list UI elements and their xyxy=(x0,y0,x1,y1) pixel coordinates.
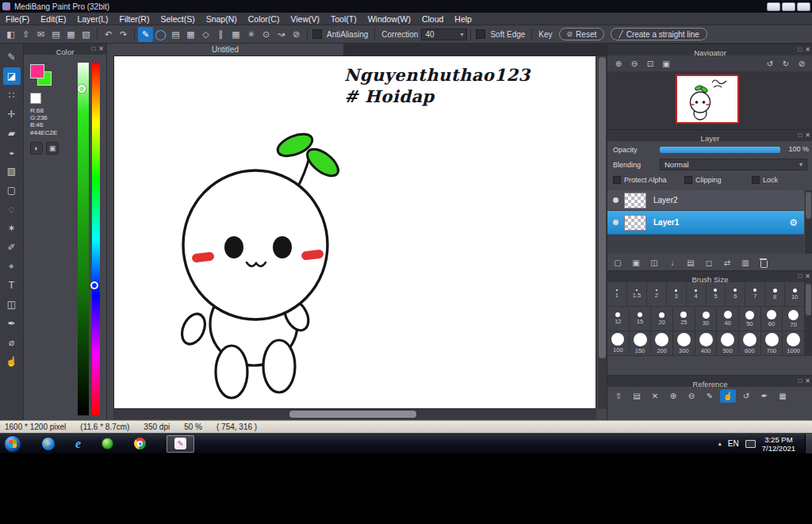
lock-checkbox[interactable] xyxy=(752,176,760,184)
perspective-grid-icon[interactable]: ◇ xyxy=(198,27,213,42)
brush-size-15[interactable]: 15 xyxy=(630,307,652,331)
gradient-tool[interactable]: ▨ xyxy=(3,163,21,180)
palette-icon[interactable]: ◧ xyxy=(3,27,18,42)
start-button[interactable] xyxy=(4,435,21,453)
select-pen-tool[interactable]: ✐ xyxy=(3,239,21,256)
duplicate-layer-icon[interactable]: ◫ xyxy=(646,256,662,270)
canvas-horizontal-scrollbar[interactable] xyxy=(113,409,596,419)
eraser-tool[interactable]: ◪ xyxy=(3,67,21,85)
brush-size-700[interactable]: 700 xyxy=(761,331,783,355)
redo-icon[interactable]: ↷ xyxy=(116,27,131,42)
fill-tool[interactable]: ▰ xyxy=(3,124,21,142)
zoom-in-icon[interactable]: ⊕ xyxy=(611,57,626,71)
rotate-right-icon[interactable]: ↻ xyxy=(778,57,794,71)
brush-size-scroll-thumb[interactable] xyxy=(806,284,811,316)
brush-size-7[interactable]: 7 xyxy=(745,282,765,306)
close-button[interactable] xyxy=(797,2,810,11)
snap-parallel-icon[interactable]: ∥ xyxy=(213,27,228,42)
hue-bar[interactable] xyxy=(92,63,100,415)
popout-icon[interactable]: □ xyxy=(91,44,95,55)
foreground-color-swatch[interactable] xyxy=(30,64,44,78)
brush-size-1[interactable]: 1 xyxy=(607,282,627,306)
grid-squares-icon[interactable]: ▦ xyxy=(183,27,198,42)
chrome-taskbar-button[interactable] xyxy=(134,435,146,453)
text-tool[interactable]: T xyxy=(3,277,21,294)
brush-tool[interactable]: ✎ xyxy=(3,48,21,66)
ref-pen-icon[interactable]: ✎ xyxy=(702,389,718,403)
popout-icon[interactable]: □ xyxy=(798,130,802,141)
snap-off-icon[interactable]: ⊘ xyxy=(289,27,304,42)
snap-curve-icon[interactable]: ↝ xyxy=(274,27,289,42)
brush-size-6[interactable]: 6 xyxy=(726,282,745,306)
reset-button[interactable]: ⊘ Reset xyxy=(559,28,605,40)
menu-item[interactable]: View(V) xyxy=(285,13,325,25)
show-desktop-button[interactable] xyxy=(805,434,812,454)
keyboard-tray-icon[interactable] xyxy=(745,440,756,448)
brush-size-400[interactable]: 400 xyxy=(695,331,718,355)
ref-zoom-out-icon[interactable]: ⊖ xyxy=(684,389,699,403)
brush-size-40[interactable]: 40 xyxy=(717,307,739,331)
brush-size-scrollbar[interactable] xyxy=(805,282,812,356)
brush-size-5[interactable]: 5 xyxy=(707,282,726,306)
divide-tool[interactable]: ◫ xyxy=(3,296,21,313)
zoom-fit-icon[interactable]: ▣ xyxy=(658,57,674,71)
color-swatches-toggle-icon[interactable]: ▣ xyxy=(46,142,59,155)
measure-tool[interactable]: ⌀ xyxy=(3,334,21,351)
ref-close-icon[interactable]: ✕ xyxy=(647,389,663,403)
add-layer-icon[interactable]: ▢ xyxy=(610,256,626,270)
clear-layer-icon[interactable]: ◻ xyxy=(701,256,717,270)
delete-layer-icon[interactable] xyxy=(756,256,772,270)
brush-size-12[interactable]: 12 xyxy=(607,307,630,331)
close-icon[interactable]: ✕ xyxy=(805,130,810,141)
canvas-tab[interactable]: Untitled xyxy=(107,44,343,55)
layer-visibility-icon[interactable] xyxy=(613,197,619,203)
upload-icon[interactable]: ⇧ xyxy=(18,27,33,42)
canvas-vertical-scrollbar[interactable] xyxy=(598,55,607,409)
brush-size-30[interactable]: 30 xyxy=(695,307,718,331)
layer-list-scroll-thumb[interactable] xyxy=(806,192,811,219)
ref-folder-icon[interactable]: ▤ xyxy=(629,389,645,403)
reset-rotation-icon[interactable]: ⊘ xyxy=(794,57,810,71)
brush-size-100[interactable]: 100 xyxy=(607,331,630,355)
color-wheel-toggle-icon[interactable]: ◐ xyxy=(30,142,43,155)
layer-row[interactable]: Layer2 xyxy=(607,190,804,211)
add-pixel-layer-icon[interactable]: ▣ xyxy=(628,256,644,270)
straight-line-button[interactable]: ╱ Create a straight line xyxy=(611,28,707,40)
lasso-tool[interactable]: ◌ xyxy=(3,201,21,218)
protect-alpha-checkbox[interactable] xyxy=(613,176,621,184)
close-icon[interactable]: ✕ xyxy=(805,44,810,55)
brush-size-20[interactable]: 20 xyxy=(651,307,673,331)
layer-row-selected[interactable]: Layer1 ⚙ xyxy=(607,211,804,235)
minimize-button[interactable] xyxy=(767,2,780,11)
menu-item[interactable]: Filter(R) xyxy=(114,13,155,25)
brush-size-4[interactable]: 4 xyxy=(687,282,707,306)
internet-explorer-taskbar-button[interactable]: e xyxy=(75,435,81,453)
brush-size-50[interactable]: 50 xyxy=(739,307,761,331)
zoom-out-icon[interactable]: ⊖ xyxy=(626,57,642,71)
brush-size-200[interactable]: 200 xyxy=(651,331,673,355)
menu-item[interactable]: Layer(L) xyxy=(71,13,113,25)
horizontal-scroll-thumb[interactable] xyxy=(289,411,416,418)
transfer-layer-icon[interactable]: ⇄ xyxy=(719,256,735,270)
merge-down-icon[interactable]: ↓ xyxy=(665,256,680,270)
vertical-scroll-thumb[interactable] xyxy=(599,57,606,358)
transparent-color-swatch[interactable] xyxy=(30,93,41,104)
brush-size-600[interactable]: 600 xyxy=(739,331,761,355)
popout-icon[interactable]: □ xyxy=(798,376,802,387)
select-tool[interactable]: ▢ xyxy=(3,182,21,199)
brush-size-3[interactable]: 3 xyxy=(667,282,687,306)
soft-edge-checkbox[interactable] xyxy=(476,29,485,39)
ref-zoom-in-icon[interactable]: ⊕ xyxy=(665,389,681,403)
menu-item[interactable]: Cloud xyxy=(416,13,449,25)
saturation-bar[interactable] xyxy=(78,63,89,415)
document-icon[interactable]: ▤ xyxy=(48,27,63,42)
antialiasing-checkbox[interactable] xyxy=(312,29,322,39)
close-icon[interactable]: ✕ xyxy=(805,376,810,387)
canvas-grid-icon[interactable]: ▦ xyxy=(63,27,79,42)
canvas[interactable]: Nguyenthuthao123 # Hoidap xyxy=(113,55,596,409)
menu-item[interactable]: Window(W) xyxy=(362,13,416,25)
media-player-taskbar-button[interactable] xyxy=(42,435,55,453)
tray-expand-icon[interactable]: ▴ xyxy=(718,440,722,447)
menu-item[interactable]: Tool(T) xyxy=(325,13,362,25)
undo-icon[interactable]: ↶ xyxy=(101,27,116,42)
